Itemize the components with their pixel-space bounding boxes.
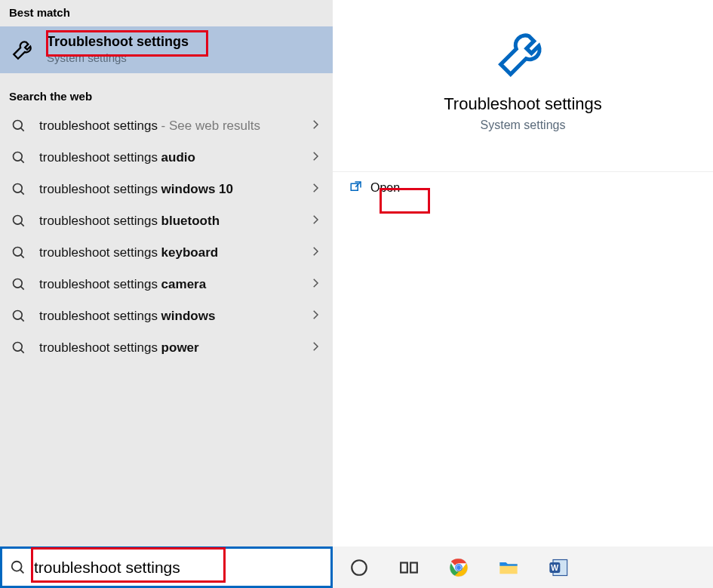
svg-rect-21 xyxy=(410,562,417,572)
chevron-right-icon xyxy=(309,340,322,356)
web-result-item[interactable]: troubleshoot settings camera xyxy=(0,269,333,300)
wrench-icon xyxy=(11,36,36,62)
svg-point-8 xyxy=(14,248,23,257)
chevron-right-icon xyxy=(309,181,322,198)
svg-line-17 xyxy=(20,569,24,573)
file-explorer-icon[interactable] xyxy=(493,552,524,583)
web-result-item[interactable]: troubleshoot settings - See web results xyxy=(0,110,333,142)
svg-point-2 xyxy=(14,152,23,162)
search-icon xyxy=(11,118,27,134)
web-result-item[interactable]: troubleshoot settings keyboard xyxy=(0,237,333,269)
preview-title: Troubleshoot settings xyxy=(444,94,602,114)
svg-point-10 xyxy=(14,279,23,288)
search-bar[interactable] xyxy=(0,546,333,588)
svg-rect-20 xyxy=(401,562,407,572)
web-result-text: troubleshoot settings - See web results xyxy=(39,119,260,134)
svg-line-9 xyxy=(21,255,24,258)
web-result-item[interactable]: troubleshoot settings audio xyxy=(0,142,333,174)
search-icon xyxy=(10,559,26,576)
svg-point-14 xyxy=(14,343,23,352)
svg-point-19 xyxy=(352,560,367,575)
best-match-title: Troubleshoot settings xyxy=(47,34,189,50)
search-icon xyxy=(11,340,27,356)
svg-point-0 xyxy=(14,121,23,130)
web-result-text: troubleshoot settings power xyxy=(39,340,199,356)
web-result-text: troubleshoot settings keyboard xyxy=(39,245,218,260)
preview-subtitle: System settings xyxy=(481,119,566,132)
svg-line-1 xyxy=(21,128,24,131)
svg-line-3 xyxy=(21,160,24,163)
web-result-text: troubleshoot settings windows 10 xyxy=(39,182,233,197)
svg-line-13 xyxy=(21,319,24,322)
best-match-subtitle: System settings xyxy=(47,51,189,64)
chevron-right-icon xyxy=(309,149,322,166)
svg-line-7 xyxy=(21,223,24,226)
wrench-icon xyxy=(491,20,555,84)
search-web-header: Search the web xyxy=(0,84,333,110)
open-label: Open xyxy=(370,181,400,195)
web-results-list: troubleshoot settings - See web results … xyxy=(0,110,333,364)
chrome-icon[interactable] xyxy=(443,552,475,583)
web-result-item[interactable]: troubleshoot settings power xyxy=(0,332,333,364)
best-match-result[interactable]: Troubleshoot settings System settings xyxy=(0,26,333,73)
open-action[interactable]: Open xyxy=(333,171,713,204)
svg-line-5 xyxy=(21,192,24,195)
taskbar: W xyxy=(333,546,713,588)
svg-point-4 xyxy=(14,184,23,193)
search-icon xyxy=(11,213,27,229)
chevron-right-icon xyxy=(309,118,322,134)
search-icon xyxy=(11,245,27,261)
web-result-text: troubleshoot settings windows xyxy=(39,309,215,324)
preview-panel: Troubleshoot settings System settings Op… xyxy=(333,0,713,588)
web-result-text: troubleshoot settings camera xyxy=(39,277,206,292)
svg-text:W: W xyxy=(551,562,558,571)
search-icon xyxy=(11,181,27,198)
search-input[interactable] xyxy=(34,559,323,577)
web-result-item[interactable]: troubleshoot settings bluetooth xyxy=(0,205,333,237)
chevron-right-icon xyxy=(309,308,322,325)
taskview-icon[interactable] xyxy=(393,552,425,583)
web-result-item[interactable]: troubleshoot settings windows xyxy=(0,300,333,332)
best-match-header: Best match xyxy=(0,0,333,26)
search-results-panel: Best match Troubleshoot settings System … xyxy=(0,0,333,588)
web-result-text: troubleshoot settings bluetooth xyxy=(39,214,220,229)
svg-point-6 xyxy=(14,216,23,225)
web-result-text: troubleshoot settings audio xyxy=(39,150,195,165)
search-icon xyxy=(11,308,27,325)
open-external-icon xyxy=(349,180,363,196)
cortana-icon[interactable] xyxy=(343,552,375,583)
search-icon xyxy=(11,149,27,166)
svg-point-16 xyxy=(12,561,22,571)
web-result-item[interactable]: troubleshoot settings windows 10 xyxy=(0,174,333,205)
svg-point-12 xyxy=(14,311,23,320)
svg-line-11 xyxy=(21,287,24,290)
chevron-right-icon xyxy=(309,213,322,229)
search-icon xyxy=(11,276,27,293)
chevron-right-icon xyxy=(309,245,322,261)
svg-point-25 xyxy=(456,565,461,570)
svg-rect-18 xyxy=(351,183,358,190)
word-icon[interactable]: W xyxy=(542,552,574,583)
svg-line-15 xyxy=(21,350,24,353)
chevron-right-icon xyxy=(309,276,322,293)
